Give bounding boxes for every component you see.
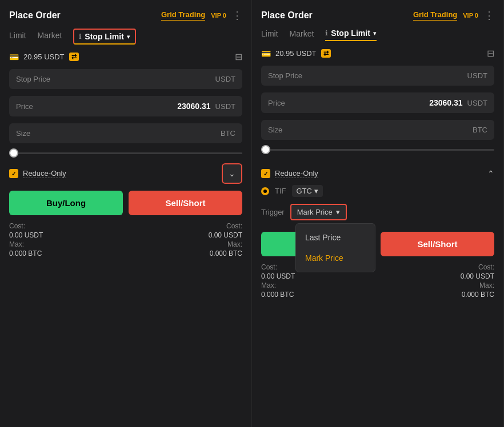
right-tab-market[interactable]: Market <box>290 29 314 41</box>
left-max-label: Max: <box>9 240 43 248</box>
left-reduce-only-row: ✓ Reduce-Only <box>9 169 66 178</box>
right-panel: Place Order Grid Trading VIP 0 ⋮ Limit M… <box>252 0 504 427</box>
right-tab-limit[interactable]: Limit <box>261 29 278 41</box>
right-trigger-value: Mark Price <box>297 208 333 216</box>
right-tab-arrow: ▾ <box>373 30 377 37</box>
left-cost-item-sell: Cost: 0.00 USDT Max: 0.000 BTC <box>209 222 242 257</box>
left-max-value: 0.000 BTC <box>9 249 43 257</box>
right-balance-left: 💳 20.95 USDT ⇄ <box>261 49 331 58</box>
left-info-icon: ℹ <box>79 33 82 41</box>
right-tif-label: TIF <box>275 187 286 195</box>
right-cost-label2: Cost: <box>461 263 494 271</box>
right-size-currency: BTC <box>473 126 487 134</box>
left-more-icon[interactable]: ⋮ <box>232 9 242 22</box>
left-max-value2: 0.000 BTC <box>209 249 242 257</box>
left-options-row: ✓ Reduce-Only ⌄ <box>9 163 242 184</box>
right-dropdown-last-price[interactable]: Last Price <box>296 227 375 248</box>
right-max-value2: 0.000 BTC <box>461 291 494 299</box>
left-balance-left: 💳 20.95 USDT ⇄ <box>9 53 79 62</box>
left-sell-button[interactable]: Sell/Short <box>129 191 242 215</box>
left-stop-price-currency: USDT <box>215 75 235 83</box>
left-calc-icon[interactable]: ⊟ <box>235 51 242 62</box>
right-options-row: ✓ Reduce-Only ⌃ <box>261 169 494 178</box>
right-radio-inner <box>263 190 267 193</box>
right-calc-icon[interactable]: ⊟ <box>487 48 494 59</box>
right-reduce-only-row: ✓ Reduce-Only <box>261 169 318 178</box>
right-price-right: 23060.31 USDT <box>429 98 487 107</box>
right-stop-price-currency: USDT <box>467 71 487 80</box>
right-slider-track <box>261 149 494 151</box>
right-tif-arrow: ▾ <box>314 187 318 195</box>
left-grid-trading[interactable]: Grid Trading <box>161 10 205 21</box>
left-stop-price-field[interactable]: Stop Price USDT <box>9 69 242 89</box>
left-vip: VIP 0 <box>211 12 226 19</box>
left-chevron-down-button[interactable]: ⌄ <box>222 163 242 184</box>
left-buy-button[interactable]: Buy/Long <box>9 191 123 215</box>
left-slider-thumb[interactable] <box>9 148 18 158</box>
right-tab-stop-limit[interactable]: ℹ Stop Limit ▾ <box>325 29 376 41</box>
right-trigger-row: Trigger Mark Price ▾ Last Price Mark Pri… <box>261 204 494 220</box>
right-balance-row: 💳 20.95 USDT ⇄ ⊟ <box>261 48 494 59</box>
right-trigger-dropdown[interactable]: Mark Price ▾ <box>290 204 347 220</box>
left-price-field[interactable]: Price 23060.31 USDT <box>9 96 242 116</box>
left-wallet-icon: 💳 <box>9 53 19 62</box>
right-price-field[interactable]: Price 23060.31 USDT <box>261 92 494 113</box>
left-stop-price-right: USDT <box>215 75 235 83</box>
right-tif-value: GTC <box>297 187 312 195</box>
left-cost-row: Cost: 0.00 USDT Max: 0.000 BTC Cost: 0.0… <box>9 222 242 257</box>
right-chevron-up-button[interactable]: ⌃ <box>487 169 494 178</box>
left-slider[interactable] <box>9 150 242 156</box>
left-tab-market[interactable]: Market <box>38 31 62 42</box>
left-size-currency: BTC <box>221 129 235 138</box>
left-cost-item-buy: Cost: 0.00 USDT Max: 0.000 BTC <box>9 222 43 257</box>
right-radio-button[interactable] <box>261 187 269 195</box>
left-panel: Place Order Grid Trading VIP 0 ⋮ Limit M… <box>0 0 252 427</box>
left-reduce-only-checkbox[interactable]: ✓ <box>9 169 18 178</box>
left-price-right: 23060.31 USDT <box>177 102 235 111</box>
left-cost-label2: Cost: <box>209 222 242 230</box>
right-sell-button[interactable]: Sell/Short <box>381 232 494 256</box>
left-title: Place Order <box>9 10 61 21</box>
left-transfer-icon[interactable]: ⇄ <box>69 53 79 61</box>
right-transfer-icon[interactable]: ⇄ <box>321 49 331 58</box>
right-more-icon[interactable]: ⋮ <box>484 9 494 22</box>
left-chevron-down-icon: ⌄ <box>229 169 235 178</box>
left-slider-track <box>9 152 242 154</box>
right-trigger-label: Trigger <box>261 208 285 216</box>
right-header: Place Order Grid Trading VIP 0 ⋮ <box>261 9 494 22</box>
right-stop-limit-label: Stop Limit <box>331 29 370 38</box>
right-dropdown-mark-price[interactable]: Mark Price <box>296 248 375 268</box>
right-stop-price-field[interactable]: Stop Price USDT <box>261 66 494 86</box>
right-max-label: Max: <box>261 281 295 289</box>
left-size-field[interactable]: Size BTC <box>9 123 242 143</box>
right-header-right: Grid Trading VIP 0 ⋮ <box>413 9 494 22</box>
left-tab-stop-limit[interactable]: ℹ Stop Limit ▾ <box>73 29 135 45</box>
left-price-value: 23060.31 <box>177 102 210 111</box>
right-slider[interactable] <box>261 147 494 153</box>
left-cost-value: 0.00 USDT <box>9 231 43 239</box>
right-trigger-menu: Last Price Mark Price <box>295 223 375 272</box>
left-balance-value: 20.95 USDT <box>23 53 65 61</box>
left-tab-limit[interactable]: Limit <box>9 31 26 42</box>
left-reduce-only-label: Reduce-Only <box>23 169 66 178</box>
right-cost-label: Cost: <box>261 263 295 271</box>
right-cost-value: 0.00 USDT <box>261 272 295 280</box>
right-tabs: Limit Market ℹ Stop Limit ▾ <box>261 29 494 41</box>
right-cost-item-sell: Cost: 0.00 USDT Max: 0.000 BTC <box>461 263 494 299</box>
left-cost-value2: 0.00 USDT <box>209 231 242 239</box>
right-info-icon: ℹ <box>325 29 328 37</box>
right-size-field[interactable]: Size BTC <box>261 120 494 140</box>
right-cost-value2: 0.00 USDT <box>461 272 494 280</box>
left-stop-limit-label: Stop Limit <box>85 32 123 41</box>
right-tif-select[interactable]: GTC ▾ <box>292 185 323 197</box>
right-reduce-only-label: Reduce-Only <box>275 169 318 178</box>
right-balance-value: 20.95 USDT <box>275 49 317 58</box>
right-trigger-arrow: ▾ <box>336 208 340 216</box>
right-price-value: 23060.31 <box>429 98 462 107</box>
right-grid-trading[interactable]: Grid Trading <box>413 10 457 21</box>
right-slider-thumb[interactable] <box>261 145 270 154</box>
left-tabs: Limit Market ℹ Stop Limit ▾ <box>9 29 242 45</box>
left-size-label: Size <box>16 129 30 138</box>
left-cost-label: Cost: <box>9 222 43 230</box>
right-reduce-only-checkbox[interactable]: ✓ <box>261 169 270 178</box>
